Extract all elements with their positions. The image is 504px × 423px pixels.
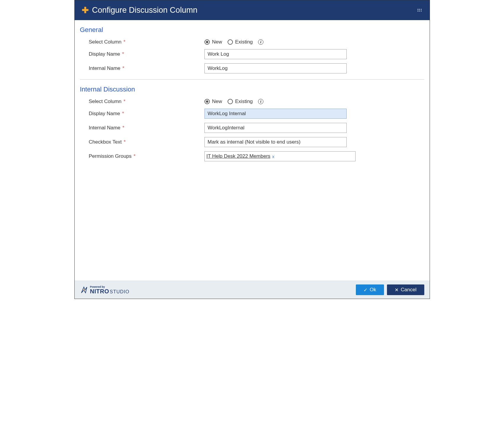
input-general-internal-name[interactable] xyxy=(204,63,347,73)
brand-nitro: NITRO xyxy=(90,288,109,294)
required-marker: * xyxy=(122,51,124,57)
dialog-content: General Select Column * New Existing i D… xyxy=(75,20,430,281)
input-internal-internal-name[interactable] xyxy=(204,123,347,133)
label-internal-name-text: Internal Name xyxy=(89,65,121,71)
input-general-display-name[interactable] xyxy=(204,49,347,59)
section-divider xyxy=(80,79,424,80)
close-icon: ✕ xyxy=(395,287,399,293)
label-internal-name-internal: Internal Name * xyxy=(89,125,204,131)
row-permission-groups: Permission Groups * IT Help Desk 2022 Me… xyxy=(80,151,424,161)
label-checkbox-text: Checkbox Text * xyxy=(89,139,204,145)
radio-new-general[interactable]: New xyxy=(204,39,222,45)
ok-label: Ok xyxy=(370,287,376,293)
label-display-name-internal-text: Display Name xyxy=(89,111,120,116)
row-checkbox-text: Checkbox Text * xyxy=(80,137,424,147)
radio-new-internal-label: New xyxy=(212,99,222,104)
dialog-header: ✚ Configure Discussion Column ⠿ xyxy=(75,0,430,20)
label-select-column-internal: Select Column * xyxy=(89,99,204,104)
radio-circle-icon xyxy=(228,39,233,45)
row-general-display-name: Display Name * xyxy=(80,49,424,59)
input-checkbox-text[interactable] xyxy=(204,137,347,147)
label-display-name-internal: Display Name * xyxy=(89,111,204,117)
remove-tag-icon[interactable]: x xyxy=(272,154,275,159)
label-internal-name-internal-text: Internal Name xyxy=(89,125,121,131)
row-internal-internal-name: Internal Name * xyxy=(80,123,424,133)
required-marker: * xyxy=(134,153,136,159)
ok-button[interactable]: ✓ Ok xyxy=(356,284,384,295)
radio-new-internal[interactable]: New xyxy=(204,99,222,104)
required-marker: * xyxy=(124,39,126,45)
radio-circle-icon xyxy=(228,99,233,104)
header-drag-handle[interactable]: ⠿ xyxy=(415,8,423,13)
row-internal-display-name: Display Name * xyxy=(80,109,424,119)
required-marker: * xyxy=(122,125,124,131)
cancel-button[interactable]: ✕ Cancel xyxy=(387,284,424,295)
radio-existing-label: Existing xyxy=(235,39,253,45)
info-icon[interactable]: i xyxy=(258,39,263,45)
input-permission-groups[interactable]: IT Help Desk 2022 Members x xyxy=(204,151,356,161)
section-internal-discussion-title: Internal Discussion xyxy=(80,86,424,93)
radio-existing-internal-label: Existing xyxy=(235,99,253,104)
label-permission-groups: Permission Groups * xyxy=(89,153,204,159)
nitro-logo-icon xyxy=(80,286,88,294)
radio-circle-icon xyxy=(204,39,210,45)
required-marker: * xyxy=(122,111,124,116)
plus-icon: ✚ xyxy=(82,6,89,15)
label-select-column: Select Column * xyxy=(89,39,204,45)
label-checkbox-text-text: Checkbox Text xyxy=(89,139,122,145)
radio-existing-general[interactable]: Existing xyxy=(228,39,253,45)
label-internal-name: Internal Name * xyxy=(89,65,204,71)
label-permission-groups-text: Permission Groups xyxy=(89,153,132,159)
label-select-column-text: Select Column xyxy=(89,39,122,45)
radio-new-label: New xyxy=(212,39,222,45)
required-marker: * xyxy=(124,139,126,145)
cancel-label: Cancel xyxy=(401,287,417,293)
required-marker: * xyxy=(122,65,124,71)
radio-group-internal: New Existing i xyxy=(204,99,264,104)
header-left: ✚ Configure Discussion Column xyxy=(82,6,198,15)
row-general-select-column: Select Column * New Existing i xyxy=(80,39,424,45)
label-display-name: Display Name * xyxy=(89,51,204,57)
brand-logo: Powered by NITRO STUDIO xyxy=(80,286,129,294)
dialog-footer: Powered by NITRO STUDIO ✓ Ok ✕ Cancel xyxy=(75,281,430,299)
label-select-column-internal-text: Select Column xyxy=(89,99,122,104)
row-general-internal-name: Internal Name * xyxy=(80,63,424,73)
info-icon[interactable]: i xyxy=(258,99,263,104)
check-icon: ✓ xyxy=(364,287,367,293)
radio-circle-icon xyxy=(204,99,210,104)
label-display-name-text: Display Name xyxy=(89,51,120,57)
permission-group-tag: IT Help Desk 2022 Members xyxy=(207,153,271,159)
section-general-title: General xyxy=(80,26,424,34)
required-marker: * xyxy=(124,99,126,104)
radio-group-general: New Existing i xyxy=(204,39,264,45)
input-internal-display-name[interactable] xyxy=(204,109,347,119)
footer-buttons: ✓ Ok ✕ Cancel xyxy=(356,284,424,295)
radio-existing-internal[interactable]: Existing xyxy=(228,99,253,104)
row-internal-select-column: Select Column * New Existing i xyxy=(80,99,424,104)
dialog-title: Configure Discussion Column xyxy=(92,6,198,15)
brand-studio: STUDIO xyxy=(110,289,129,294)
